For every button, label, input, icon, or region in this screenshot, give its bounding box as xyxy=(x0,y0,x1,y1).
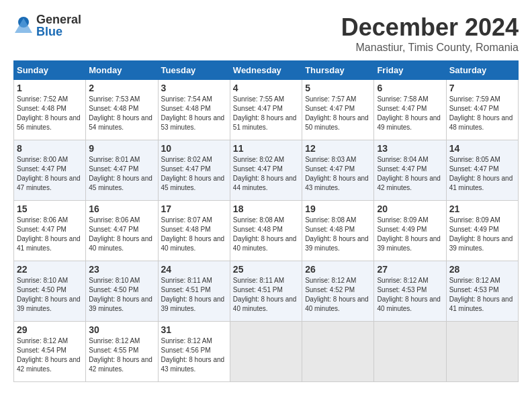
day-info: Sunrise: 8:10 AMSunset: 4:50 PMDaylight:… xyxy=(17,277,81,312)
day-info: Sunrise: 7:52 AMSunset: 4:48 PMDaylight:… xyxy=(17,95,81,131)
calendar-table: SundayMondayTuesdayWednesdayThursdayFrid… xyxy=(13,60,519,382)
day-info: Sunrise: 8:12 AMSunset: 4:56 PMDaylight:… xyxy=(161,337,225,373)
day-number: 12 xyxy=(305,143,371,154)
calendar-week-row: 29 Sunrise: 8:12 AMSunset: 4:54 PMDaylig… xyxy=(14,322,519,382)
calendar-cell: 25 Sunrise: 8:11 AMSunset: 4:51 PMDaylig… xyxy=(230,261,302,322)
day-number: 4 xyxy=(233,83,299,93)
calendar-cell: 24 Sunrise: 8:11 AMSunset: 4:51 PMDaylig… xyxy=(158,261,230,322)
weekday-header-sunday: Sunday xyxy=(14,61,86,80)
calendar-cell: 19 Sunrise: 8:08 AMSunset: 4:48 PMDaylig… xyxy=(302,201,374,261)
day-info: Sunrise: 7:53 AMSunset: 4:48 PMDaylight:… xyxy=(89,95,152,131)
calendar-cell: 12 Sunrise: 8:03 AMSunset: 4:47 PMDaylig… xyxy=(302,140,374,201)
day-number: 19 xyxy=(305,203,371,214)
logo: General Blue xyxy=(13,13,81,38)
calendar-cell: 23 Sunrise: 8:10 AMSunset: 4:50 PMDaylig… xyxy=(86,261,158,322)
weekday-header-row: SundayMondayTuesdayWednesdayThursdayFrid… xyxy=(14,61,519,80)
calendar-cell: 29 Sunrise: 8:12 AMSunset: 4:54 PMDaylig… xyxy=(14,322,86,382)
day-number: 1 xyxy=(17,83,83,93)
calendar-cell: 11 Sunrise: 8:02 AMSunset: 4:47 PMDaylig… xyxy=(230,140,302,201)
logo-icon xyxy=(13,15,34,36)
calendar-cell: 18 Sunrise: 8:08 AMSunset: 4:48 PMDaylig… xyxy=(230,201,302,261)
calendar-cell xyxy=(374,322,446,382)
day-number: 13 xyxy=(377,143,443,154)
day-number: 2 xyxy=(89,83,154,93)
day-info: Sunrise: 8:03 AMSunset: 4:47 PMDaylight:… xyxy=(305,156,369,191)
calendar-cell xyxy=(446,322,518,382)
calendar-cell: 14 Sunrise: 8:05 AMSunset: 4:47 PMDaylig… xyxy=(446,140,518,201)
day-number: 29 xyxy=(17,324,83,335)
calendar-cell: 31 Sunrise: 8:12 AMSunset: 4:56 PMDaylig… xyxy=(158,322,230,382)
day-number: 3 xyxy=(161,83,227,93)
day-number: 27 xyxy=(377,264,443,275)
day-info: Sunrise: 8:02 AMSunset: 4:47 PMDaylight:… xyxy=(161,156,225,191)
day-number: 26 xyxy=(305,264,371,275)
day-info: Sunrise: 8:11 AMSunset: 4:51 PMDaylight:… xyxy=(161,277,225,312)
day-number: 16 xyxy=(89,203,154,214)
calendar-cell xyxy=(302,322,374,382)
day-info: Sunrise: 8:01 AMSunset: 4:47 PMDaylight:… xyxy=(89,156,152,191)
day-number: 20 xyxy=(377,203,443,214)
day-info: Sunrise: 8:12 AMSunset: 4:54 PMDaylight:… xyxy=(17,337,81,373)
calendar-cell: 1 Sunrise: 7:52 AMSunset: 4:48 PMDayligh… xyxy=(14,80,86,140)
day-number: 8 xyxy=(17,143,83,154)
day-number: 31 xyxy=(161,324,227,335)
calendar-cell: 2 Sunrise: 7:53 AMSunset: 4:48 PMDayligh… xyxy=(86,80,158,140)
day-number: 28 xyxy=(449,264,515,275)
calendar-week-row: 15 Sunrise: 8:06 AMSunset: 4:47 PMDaylig… xyxy=(14,201,519,261)
day-info: Sunrise: 8:06 AMSunset: 4:47 PMDaylight:… xyxy=(89,216,152,252)
location-title: Manastiur, Timis County, Romania xyxy=(341,42,519,54)
day-info: Sunrise: 7:55 AMSunset: 4:47 PMDaylight:… xyxy=(233,95,297,131)
day-number: 5 xyxy=(305,83,371,93)
day-number: 15 xyxy=(17,203,83,214)
day-number: 30 xyxy=(89,324,154,335)
calendar-cell: 9 Sunrise: 8:01 AMSunset: 4:47 PMDayligh… xyxy=(86,140,158,201)
calendar-cell: 17 Sunrise: 8:07 AMSunset: 4:48 PMDaylig… xyxy=(158,201,230,261)
title-area: December 2024 Manastiur, Timis County, R… xyxy=(341,13,519,54)
day-info: Sunrise: 8:09 AMSunset: 4:49 PMDaylight:… xyxy=(449,216,513,252)
calendar-week-row: 22 Sunrise: 8:10 AMSunset: 4:50 PMDaylig… xyxy=(14,261,519,322)
day-info: Sunrise: 8:00 AMSunset: 4:47 PMDaylight:… xyxy=(17,156,81,191)
day-number: 21 xyxy=(449,203,515,214)
day-info: Sunrise: 8:06 AMSunset: 4:47 PMDaylight:… xyxy=(17,216,81,252)
day-info: Sunrise: 8:05 AMSunset: 4:47 PMDaylight:… xyxy=(449,156,513,191)
weekday-header-wednesday: Wednesday xyxy=(230,61,302,80)
calendar-cell: 5 Sunrise: 7:57 AMSunset: 4:47 PMDayligh… xyxy=(302,80,374,140)
day-number: 7 xyxy=(449,83,515,93)
calendar-week-row: 8 Sunrise: 8:00 AMSunset: 4:47 PMDayligh… xyxy=(14,140,519,201)
day-number: 18 xyxy=(233,203,299,214)
header: General Blue December 2024 Manastiur, Ti… xyxy=(13,13,519,54)
calendar-cell: 4 Sunrise: 7:55 AMSunset: 4:47 PMDayligh… xyxy=(230,80,302,140)
day-number: 25 xyxy=(233,264,299,275)
day-info: Sunrise: 8:12 AMSunset: 4:53 PMDaylight:… xyxy=(377,277,441,312)
month-title: December 2024 xyxy=(341,13,519,42)
day-number: 6 xyxy=(377,83,443,93)
calendar-cell: 27 Sunrise: 8:12 AMSunset: 4:53 PMDaylig… xyxy=(374,261,446,322)
calendar-cell: 8 Sunrise: 8:00 AMSunset: 4:47 PMDayligh… xyxy=(14,140,86,201)
calendar-week-row: 1 Sunrise: 7:52 AMSunset: 4:48 PMDayligh… xyxy=(14,80,519,140)
day-info: Sunrise: 8:10 AMSunset: 4:50 PMDaylight:… xyxy=(89,277,152,312)
calendar-cell: 20 Sunrise: 8:09 AMSunset: 4:49 PMDaylig… xyxy=(374,201,446,261)
day-info: Sunrise: 8:11 AMSunset: 4:51 PMDaylight:… xyxy=(233,277,297,312)
weekday-header-tuesday: Tuesday xyxy=(158,61,230,80)
day-number: 11 xyxy=(233,143,299,154)
day-info: Sunrise: 8:12 AMSunset: 4:52 PMDaylight:… xyxy=(305,277,369,312)
day-info: Sunrise: 7:58 AMSunset: 4:47 PMDaylight:… xyxy=(377,95,441,131)
day-info: Sunrise: 8:04 AMSunset: 4:47 PMDaylight:… xyxy=(377,156,441,191)
weekday-header-monday: Monday xyxy=(86,61,158,80)
calendar-cell: 6 Sunrise: 7:58 AMSunset: 4:47 PMDayligh… xyxy=(374,80,446,140)
calendar-cell: 3 Sunrise: 7:54 AMSunset: 4:48 PMDayligh… xyxy=(158,80,230,140)
day-info: Sunrise: 8:09 AMSunset: 4:49 PMDaylight:… xyxy=(377,216,441,252)
day-info: Sunrise: 8:12 AMSunset: 4:55 PMDaylight:… xyxy=(89,337,152,373)
day-info: Sunrise: 7:59 AMSunset: 4:47 PMDaylight:… xyxy=(449,95,513,131)
calendar-cell: 21 Sunrise: 8:09 AMSunset: 4:49 PMDaylig… xyxy=(446,201,518,261)
day-info: Sunrise: 7:57 AMSunset: 4:47 PMDaylight:… xyxy=(305,95,369,131)
day-info: Sunrise: 8:08 AMSunset: 4:48 PMDaylight:… xyxy=(305,216,369,252)
day-number: 14 xyxy=(449,143,515,154)
day-number: 22 xyxy=(17,264,83,275)
calendar-cell xyxy=(230,322,302,382)
day-number: 17 xyxy=(161,203,227,214)
calendar-cell: 15 Sunrise: 8:06 AMSunset: 4:47 PMDaylig… xyxy=(14,201,86,261)
calendar-cell: 26 Sunrise: 8:12 AMSunset: 4:52 PMDaylig… xyxy=(302,261,374,322)
calendar-cell: 30 Sunrise: 8:12 AMSunset: 4:55 PMDaylig… xyxy=(86,322,158,382)
day-info: Sunrise: 8:02 AMSunset: 4:47 PMDaylight:… xyxy=(233,156,297,191)
